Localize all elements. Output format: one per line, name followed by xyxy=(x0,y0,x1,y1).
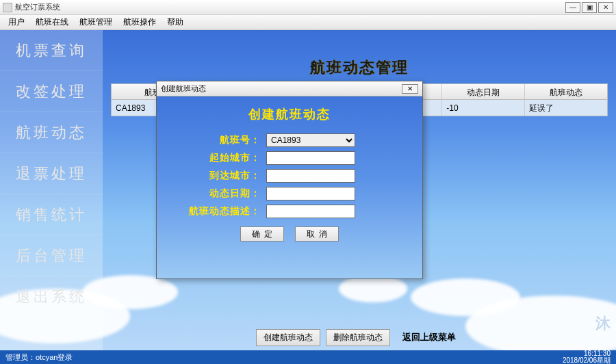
window-titlebar: 航空订票系统 — ▣ ✕ xyxy=(0,0,616,15)
sidebar-item-flight-status[interactable]: 航班动态 xyxy=(0,112,103,153)
sidebar-item-ticket-query[interactable]: 机票查询 xyxy=(0,30,103,71)
create-status-dialog: 创建航班动态 ✕ 创建航班动态 航班号： CA1893 起始城市： 到达城市： … xyxy=(156,81,423,279)
menubar: 用户 航班在线 航班管理 航班操作 帮助 xyxy=(0,15,616,30)
dialog-close-button[interactable]: ✕ xyxy=(402,84,418,94)
dialog-heading: 创建航班动态 xyxy=(157,106,422,122)
status-date: 2018/02/06星期 xyxy=(563,356,611,364)
back-button[interactable]: 返回上级菜单 xyxy=(396,330,463,344)
maximize-button[interactable]: ▣ xyxy=(582,2,597,13)
minimize-button[interactable]: — xyxy=(565,2,580,13)
flight-select[interactable]: CA1893 xyxy=(266,133,355,147)
dialog-title: 创建航班动态 xyxy=(161,83,206,94)
flight-label: 航班号： xyxy=(184,134,266,146)
sidebar-item-admin[interactable]: 后台管理 xyxy=(0,235,103,276)
origin-input[interactable] xyxy=(266,151,355,165)
desc-input[interactable] xyxy=(266,205,355,218)
dest-input[interactable] xyxy=(266,169,355,183)
col-date: 动态日期 xyxy=(442,84,525,99)
app-icon xyxy=(3,3,12,12)
date-label: 动态日期： xyxy=(184,187,266,200)
page-title: 航班动态管理 xyxy=(103,57,616,78)
menu-flight-operate[interactable]: 航班操作 xyxy=(118,16,162,28)
sidebar-item-exit[interactable]: 退出系统 xyxy=(0,276,103,317)
desc-label: 航班动态描述： xyxy=(184,205,266,218)
cancel-button[interactable]: 取消 xyxy=(295,226,339,242)
create-status-button[interactable]: 创建航班动态 xyxy=(256,329,320,346)
close-button[interactable]: ✕ xyxy=(598,2,613,13)
dialog-titlebar: 创建航班动态 ✕ xyxy=(157,81,422,96)
sidebar-item-change[interactable]: 改签处理 xyxy=(0,71,103,112)
window-title: 航空订票系统 xyxy=(15,2,60,12)
sidebar-item-sales-stats[interactable]: 销售统计 xyxy=(0,194,103,235)
sidebar: 机票查询 改签处理 航班动态 退票处理 销售统计 后台管理 退出系统 xyxy=(0,30,103,350)
ok-button[interactable]: 确定 xyxy=(240,226,284,242)
origin-label: 起始城市： xyxy=(184,152,266,164)
menu-flight-manage[interactable]: 航班管理 xyxy=(74,16,118,28)
dest-label: 到达城市： xyxy=(184,170,266,182)
statusbar: 管理员：otcyan登录 16:11:30 2018/02/06星期 xyxy=(0,350,616,364)
menu-user[interactable]: 用户 xyxy=(3,16,30,28)
bottom-buttons: 创建航班动态 删除航班动态 返回上级菜单 xyxy=(103,329,616,346)
menu-help[interactable]: 帮助 xyxy=(162,16,189,28)
sidebar-item-refund[interactable]: 退票处理 xyxy=(0,153,103,194)
menu-flight-online[interactable]: 航班在线 xyxy=(30,16,74,28)
status-user: 管理员：otcyan登录 xyxy=(5,352,73,363)
date-input[interactable] xyxy=(266,187,355,200)
delete-status-button[interactable]: 删除航班动态 xyxy=(326,329,390,346)
col-status: 航班动态 xyxy=(525,84,607,99)
